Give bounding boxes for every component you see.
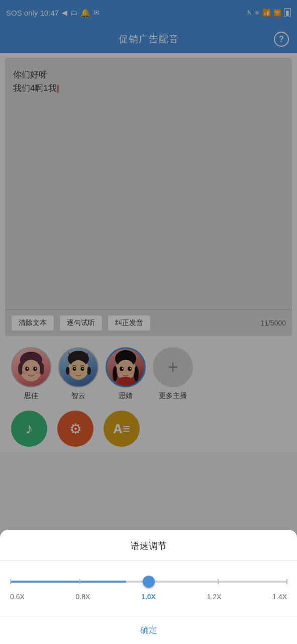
speed-dialog: 语速调节 0.6X 0.8X 1.0X 1.2X 1.4X 确定	[0, 530, 297, 644]
tick-1	[79, 579, 80, 584]
tick-4	[286, 579, 287, 584]
confirm-button[interactable]: 确定	[0, 616, 297, 644]
confirm-button-wrapper: 确定	[0, 616, 297, 644]
slider-labels: 0.6X 0.8X 1.0X 1.2X 1.4X	[10, 588, 287, 611]
speed-label-3[interactable]: 1.2X	[207, 593, 222, 601]
speed-label-4[interactable]: 1.4X	[272, 593, 287, 601]
slider-thumb[interactable]	[143, 576, 155, 588]
speed-label-1[interactable]: 0.8X	[76, 593, 90, 601]
slider-track-fill	[10, 581, 126, 583]
slider-container: 0.6X 0.8X 1.0X 1.2X 1.4X	[0, 571, 297, 616]
dialog-divider	[0, 560, 297, 560]
speed-label-2[interactable]: 1.0X	[141, 593, 156, 601]
speed-dialog-title: 语速调节	[0, 530, 297, 560]
speed-label-0[interactable]: 0.6X	[10, 593, 25, 601]
tick-3	[218, 579, 219, 584]
tick-0	[10, 579, 11, 584]
speed-slider[interactable]	[10, 576, 287, 588]
